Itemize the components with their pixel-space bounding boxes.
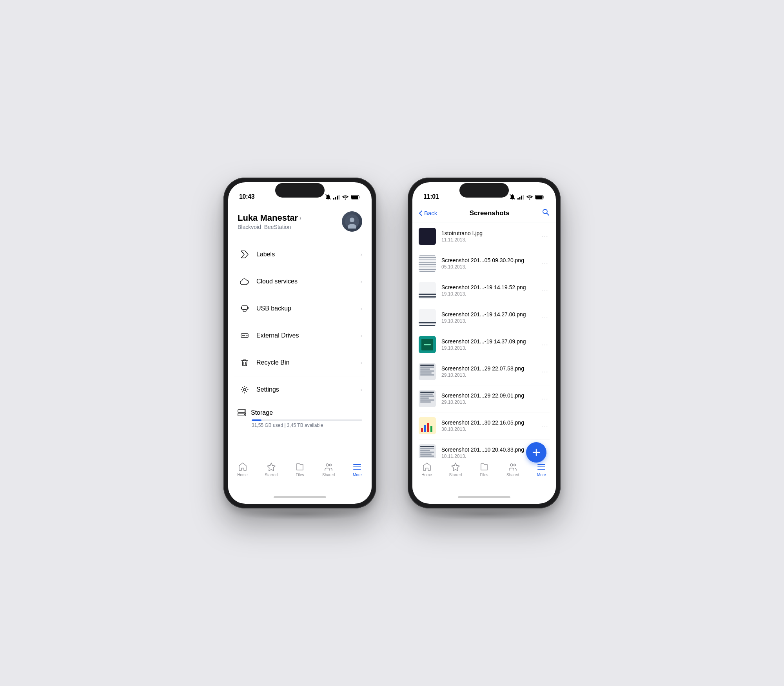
menu-item-settings[interactable]: Settings ›	[234, 376, 365, 403]
user-chevron: ›	[299, 215, 301, 221]
cloud-text: Cloud services	[256, 278, 360, 285]
user-section[interactable]: Luka Manestar › Blackvoid_BeeStation	[228, 203, 372, 241]
recycle-text: Recycle Bin	[256, 359, 360, 366]
file-item[interactable]: 1stotrutrano I.jpg 11.11.2013. ⋯	[419, 223, 550, 250]
battery-icon-2	[535, 195, 545, 200]
nav-title: Screenshots	[470, 209, 510, 217]
file-item[interactable]: Screenshot 201...29 22.09.01.png 29.10.2…	[419, 385, 550, 412]
tab-home-label-2: Home	[421, 473, 432, 477]
file-date: 19.10.2013.	[441, 291, 540, 297]
tab-files-2[interactable]: Files	[470, 462, 498, 477]
search-button[interactable]	[542, 208, 550, 218]
tab-starred-2[interactable]: Starred	[441, 462, 470, 477]
trash-svg	[240, 358, 249, 367]
bell-icon-2	[510, 194, 515, 200]
svg-rect-6	[351, 196, 358, 199]
tab-more-1[interactable]: More	[343, 462, 372, 477]
file-thumbnail	[419, 255, 436, 272]
user-info: Luka Manestar › Blackvoid_BeeStation	[238, 213, 301, 230]
external-text: External Drives	[256, 332, 360, 339]
settings-text: Settings	[256, 386, 360, 393]
cloud-icon	[238, 274, 252, 289]
storage-info: 31,55 GB used | 3,45 TB available	[252, 423, 362, 428]
menu-item-usb[interactable]: USB backup ›	[234, 295, 365, 322]
tab-starred-label-1: Starred	[265, 473, 278, 477]
screen-1: 10:43	[228, 182, 372, 504]
svg-rect-13	[241, 307, 242, 309]
file-more-button[interactable]: ⋯	[540, 422, 550, 430]
status-time-1: 10:43	[239, 193, 254, 200]
file-more-button[interactable]: ⋯	[540, 395, 550, 403]
file-date: 10.11.2013.	[441, 454, 540, 458]
bell-icon	[325, 194, 331, 200]
file-date: 19.10.2013.	[441, 318, 540, 324]
avatar-svg	[345, 214, 359, 229]
menu-item-external[interactable]: External Drives ›	[234, 322, 365, 349]
menu-item-cloud[interactable]: Cloud services ›	[234, 268, 365, 295]
storage-section: Storage 31,55 GB used | 3,45 TB availabl…	[228, 403, 372, 431]
file-date: 29.10.2013.	[441, 372, 540, 378]
avatar[interactable]	[342, 211, 362, 232]
file-name: 1stotrutrano I.jpg	[441, 230, 540, 236]
file-item[interactable]: Screenshot 201...29 22.07.58.png 29.10.2…	[419, 358, 550, 385]
file-info: Screenshot 201...05 09.30.20.png 05.10.2…	[441, 257, 540, 270]
home-icon-2	[422, 462, 432, 472]
tab-home-1[interactable]: Home	[228, 462, 257, 477]
labels-text: Labels	[256, 251, 360, 258]
signal-icon-2	[517, 195, 524, 200]
settings-chevron: ›	[360, 387, 362, 393]
file-item[interactable]: Screenshot 201...-19 14.19.52.png 19.10.…	[419, 277, 550, 304]
starred-icon-2	[451, 462, 460, 472]
file-item[interactable]: Screenshot 201...05 09.30.20.png 05.10.2…	[419, 250, 550, 277]
svg-point-23	[244, 411, 245, 412]
file-info: Screenshot 201...10 20.40.33.png 10.11.2…	[441, 446, 540, 458]
tab-shared-2[interactable]: Shared	[499, 462, 527, 477]
home-indicator-1	[228, 490, 372, 504]
file-more-button[interactable]: ⋯	[540, 368, 550, 376]
storage-icon	[238, 409, 246, 416]
file-more-button[interactable]: ⋯	[540, 260, 550, 267]
back-button[interactable]: Back	[419, 210, 437, 216]
file-info: Screenshot 201...-19 14.19.52.png 19.10.…	[441, 284, 540, 297]
tab-files-label-1: Files	[296, 473, 304, 477]
storage-label: Storage	[238, 409, 362, 416]
file-thumbnail	[419, 228, 436, 245]
file-item[interactable]: Screenshot 201...-19 14.27.00.png 19.10.…	[419, 304, 550, 331]
svg-rect-43	[430, 426, 432, 432]
file-date: 19.10.2013.	[441, 345, 540, 351]
svg-point-16	[247, 335, 248, 336]
svg-rect-2	[335, 197, 336, 200]
file-more-button[interactable]: ⋯	[540, 287, 550, 294]
tab-starred-1[interactable]: Starred	[257, 462, 285, 477]
back-chevron-icon	[419, 210, 423, 216]
file-name: Screenshot 201...05 09.30.20.png	[441, 257, 540, 263]
label-svg	[240, 250, 249, 259]
settings-svg	[240, 385, 249, 394]
usb-chevron: ›	[360, 305, 362, 312]
home-bar-1	[274, 496, 326, 498]
file-name: Screenshot 201...-19 14.37.09.png	[441, 338, 540, 345]
fab-button[interactable]	[526, 442, 546, 463]
menu-item-recycle[interactable]: Recycle Bin ›	[234, 349, 365, 376]
file-more-button[interactable]: ⋯	[540, 341, 550, 348]
svg-rect-11	[242, 306, 247, 310]
tab-home-2[interactable]: Home	[412, 462, 441, 477]
file-item[interactable]: Screenshot 201...30 22.16.05.png 30.10.2…	[419, 412, 550, 439]
file-list: 1stotrutrano I.jpg 11.11.2013. ⋯ Screens…	[412, 223, 556, 458]
file-item[interactable]: Screenshot 201...-19 14.37.09.png 19.10.…	[419, 331, 550, 358]
tab-more-label-1: More	[353, 473, 362, 477]
tab-more-2[interactable]: More	[527, 462, 556, 477]
search-icon	[542, 208, 550, 216]
file-more-button[interactable]: ⋯	[540, 233, 550, 240]
menu-item-labels[interactable]: Labels ›	[234, 241, 365, 268]
file-more-button[interactable]: ⋯	[540, 314, 550, 321]
usb-svg	[240, 304, 249, 313]
phone-2: 11:01	[408, 178, 561, 508]
tab-starred-label-2: Starred	[449, 473, 462, 477]
file-info: Screenshot 201...30 22.16.05.png 30.10.2…	[441, 419, 540, 432]
tab-files-1[interactable]: Files	[285, 462, 314, 477]
tab-shared-1[interactable]: Shared	[314, 462, 343, 477]
svg-point-20	[243, 388, 246, 391]
storage-bar	[252, 419, 362, 421]
cloud-chevron: ›	[360, 278, 362, 285]
